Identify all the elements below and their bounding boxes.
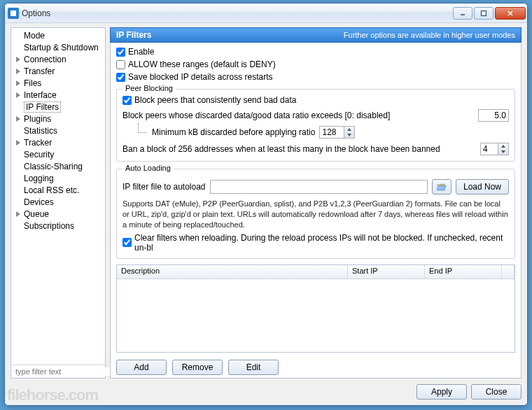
ban-block-label: Ban a block of 256 addresses when at lea… [122,144,440,154]
sidebar-item-classic-sharing[interactable]: Classic-Sharing [11,160,105,172]
clear-filters-row[interactable]: Clear filters when reloading. During the… [122,233,509,253]
sidebar-item-label: Local RSS etc. [24,185,79,195]
apply-button[interactable]: Apply [416,384,467,400]
expander-icon[interactable] [14,55,22,64]
remove-button[interactable]: Remove [172,360,223,375]
expander-icon[interactable] [14,79,22,87]
table-actions: Add Remove Edit [116,360,515,375]
maximize-button[interactable] [474,7,493,20]
table-header[interactable]: Description Start IP End IP [117,265,514,279]
svg-marker-14 [347,128,351,131]
sidebar-item-label: Mode [24,31,45,41]
filter-input[interactable] [15,367,112,376]
block-bad-label: Block peers that consistently send bad d… [134,95,296,105]
svg-marker-8 [16,92,20,98]
enable-label: Enable [128,47,154,57]
auto-loading-legend: Auto Loading [122,164,174,172]
folder-open-icon [437,183,447,191]
col-end-ip[interactable]: End IP [425,265,502,278]
enable-row[interactable]: Enable [116,47,515,57]
sidebar-item-interface[interactable]: Interface [11,89,105,101]
svg-marker-11 [16,211,20,217]
spinner-arrows[interactable] [498,143,508,155]
sidebar-item-label: Tracker [24,138,52,148]
clear-filters-checkbox[interactable] [122,238,132,247]
sidebar-item-label: Startup & Shutdown [24,43,99,52]
ban-block-input[interactable] [481,143,498,155]
svg-marker-15 [347,134,351,136]
svg-rect-0 [10,10,16,16]
sidebar-item-label: Files [24,78,41,88]
sidebar-item-plugins[interactable]: Plugins [11,113,105,125]
svg-marker-10 [16,140,20,146]
options-window: Options ModeStartup & ShutdownConnection… [4,3,528,406]
sidebar-item-transfer[interactable]: Transfer [11,65,105,77]
browse-button[interactable] [432,179,451,195]
svg-marker-7 [16,80,20,86]
autoload-help-text: Supports DAT (eMule), P2P (PeerGuardian,… [122,199,509,230]
expander-icon[interactable] [14,67,22,76]
table-body[interactable] [117,279,514,352]
edit-button[interactable]: Edit [228,360,279,375]
sidebar-item-label: Logging [24,174,54,183]
autoload-file-input[interactable] [210,180,428,194]
expander-icon[interactable] [14,210,22,218]
panel-body: Enable ALLOW these ranges (default is DE… [110,43,522,379]
expander-icon[interactable] [14,139,22,147]
save-row[interactable]: Save blocked IP details across restarts [116,72,515,82]
col-start-ip[interactable]: Start IP [348,265,425,278]
sidebar-item-subscriptions[interactable]: Subscriptions [11,220,105,232]
load-now-button[interactable]: Load Now [456,179,509,195]
options-tree[interactable]: ModeStartup & ShutdownConnectionTransfer… [11,28,105,365]
sidebar-item-statistics[interactable]: Statistics [11,125,105,136]
sidebar-item-local-rss-etc-[interactable]: Local RSS etc. [11,184,105,196]
sidebar-item-mode[interactable]: Mode [11,29,105,41]
allow-row[interactable]: ALLOW these ranges (default is DENY) [116,59,515,69]
sidebar-item-ip-filters[interactable]: IP Filters [11,101,105,113]
ratio-label: Block peers whose discarded data/good da… [122,111,390,120]
col-description[interactable]: Description [117,265,348,278]
ratio-input[interactable] [478,109,509,122]
sidebar-item-label: Statistics [24,126,57,136]
ip-ranges-table[interactable]: Description Start IP End IP [116,264,515,353]
sidebar-item-label: IP Filters [24,101,61,113]
block-bad-row[interactable]: Block peers that consistently send bad d… [122,95,509,105]
block-bad-checkbox[interactable] [122,96,132,105]
sidebar-item-devices[interactable]: Devices [11,196,105,208]
col-padding [502,265,514,278]
clear-filters-label: Clear filters when reloading. During the… [134,233,509,253]
sidebar-item-tracker[interactable]: Tracker [11,136,105,148]
svg-marker-16 [501,145,505,148]
sidebar-item-files[interactable]: Files [11,77,105,89]
ban-block-spinner[interactable] [480,143,509,155]
enable-checkbox[interactable] [116,48,125,57]
titlebar[interactable]: Options [5,3,527,23]
sidebar-item-queue[interactable]: Queue [11,208,105,220]
add-button[interactable]: Add [116,360,167,375]
expander-icon[interactable] [14,91,22,99]
close-button[interactable] [495,7,526,20]
dialog-footer: Apply Close [10,379,522,400]
panel-title: IP Filters [116,30,151,40]
filter-box: ✕ [11,365,105,378]
sidebar-item-logging[interactable]: Logging [11,172,105,184]
min-kb-input[interactable] [320,127,344,138]
min-kb-spinner[interactable] [319,126,355,139]
sidebar-item-label: Interface [24,90,57,100]
spinner-arrows[interactable] [344,127,354,138]
close-dialog-button[interactable]: Close [471,384,522,400]
app-icon [8,8,19,19]
sidebar-item-label: Plugins [24,114,51,124]
sidebar-item-connection[interactable]: Connection [11,53,105,65]
peer-blocking-legend: Peer Blocking [122,84,176,92]
allow-checkbox[interactable] [116,60,125,69]
sidebar-item-startup-shutdown[interactable]: Startup & Shutdown [11,41,105,53]
sidebar-item-security[interactable]: Security [11,148,105,160]
sidebar-item-label: Devices [24,197,54,207]
auto-loading-group: Auto Loading IP filter file to autoload … [116,169,515,259]
minimize-button[interactable] [453,7,472,20]
panel-hint: Further options are available in higher … [344,31,515,39]
expander-icon[interactable] [14,115,22,123]
sidebar-item-label: Classic-Sharing [24,162,83,171]
save-checkbox[interactable] [116,73,125,82]
